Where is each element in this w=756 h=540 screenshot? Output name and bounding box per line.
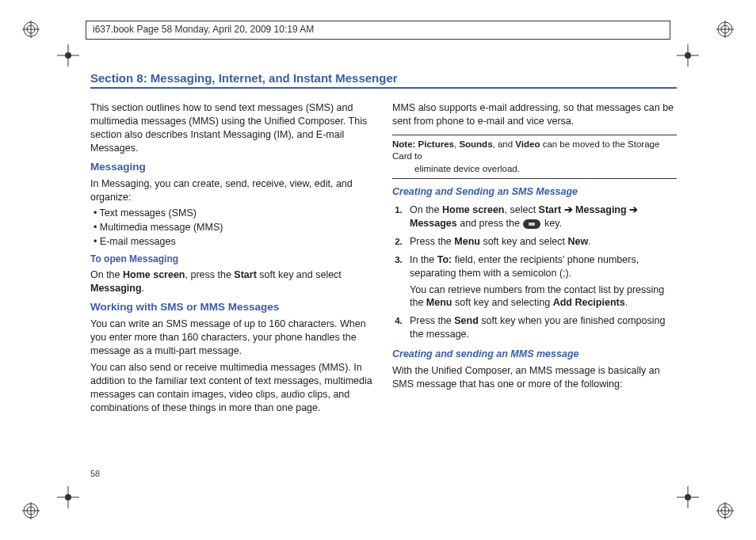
messaging-paragraph: In Messaging, you can create, send, rece…: [90, 177, 375, 204]
right-column: MMS also supports e-mail addressing, so …: [392, 98, 677, 417]
bullet-mms: • Multimedia message (MMS): [94, 221, 375, 234]
svg-point-24: [65, 494, 71, 500]
step-1: On the Home screen, select Start ➔ Messa…: [405, 203, 677, 230]
bullet-sms: • Text messages (SMS): [94, 207, 375, 220]
section-title: Section 8: Messaging, Internet, and Inst…: [90, 71, 677, 89]
crop-mark-icon: [677, 44, 699, 67]
registration-target-icon: [22, 21, 40, 38]
messaging-bullets: • Text messages (SMS) • Multimedia messa…: [94, 207, 375, 249]
registration-target-icon: [716, 502, 734, 519]
ok-key-icon: [523, 219, 540, 229]
left-column: This section outlines how to send text m…: [90, 98, 375, 417]
mms-paragraph-2: With the Unified Composer, an MMS messag…: [392, 364, 677, 391]
step-3-sub: You can retrieve numbers from the contac…: [410, 283, 677, 310]
svg-point-21: [685, 52, 691, 59]
heading-create-mms: Creating and sending an MMS message: [392, 348, 677, 361]
note-block: Note: Pictures, Sounds, and Video can be…: [392, 135, 677, 180]
step-2: Press the Menu soft key and select New.: [405, 235, 677, 249]
work-paragraph-1: You can write an SMS message of up to 16…: [90, 318, 375, 358]
crop-mark-icon: [677, 486, 699, 508]
step-4: Press the Send soft key when you are fin…: [405, 314, 677, 341]
heading-working-sms-mms: Working with SMS or MMS Messages: [90, 300, 375, 314]
page-header-meta: i637.book Page 58 Monday, April 20, 2009…: [86, 21, 670, 40]
header-text: i637.book Page 58 Monday, April 20, 2009…: [93, 24, 314, 35]
step-3: In the To: field, enter the recipients' …: [405, 253, 677, 310]
registration-target-icon: [716, 21, 734, 38]
crop-mark-icon: [57, 486, 79, 508]
open-messaging-paragraph: On the Home screen, press the Start soft…: [90, 268, 375, 295]
sms-steps: On the Home screen, select Start ➔ Messa…: [405, 203, 677, 341]
heading-open-messaging: To open Messaging: [90, 253, 375, 265]
crop-mark-icon: [57, 44, 79, 67]
work-paragraph-2: You can also send or receive multimedia …: [90, 361, 375, 415]
registration-target-icon: [22, 502, 40, 519]
mms-email-paragraph: MMS also supports e-mail addressing, so …: [392, 101, 677, 128]
page-number: 58: [90, 469, 100, 478]
heading-messaging: Messaging: [90, 160, 375, 174]
svg-point-27: [685, 494, 691, 500]
intro-paragraph: This section outlines how to send text m…: [90, 101, 375, 155]
heading-create-sms: Creating and Sending an SMS Message: [392, 185, 677, 199]
page-content: Section 8: Messaging, Internet, and Inst…: [90, 71, 677, 483]
svg-point-18: [65, 52, 71, 59]
bullet-email: • E-mail messages: [94, 235, 375, 249]
